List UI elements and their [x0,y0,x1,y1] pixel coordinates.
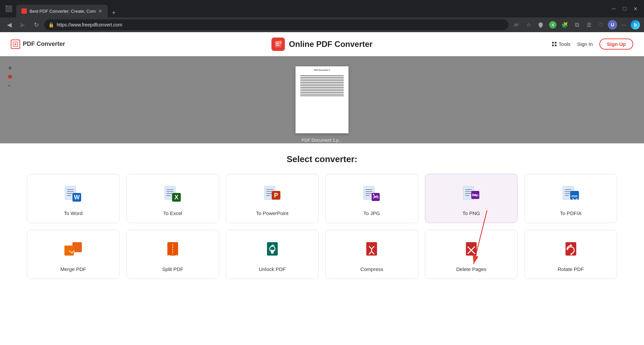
tab-bar: Best PDF Converter: Create, Com ✕ + [16,0,606,17]
profile-avatar[interactable]: U [608,20,617,29]
to-pdfa-card[interactable]: PDF To PDF/A [524,174,617,223]
svg-text:P: P [274,192,278,199]
pdf-preview-area: + - PDF Document 1 PDF Document 1 [0,56,644,143]
url-display: https://www.freepdfconvert.com [57,22,504,27]
more-menu-icon[interactable]: ··· [619,19,629,30]
center-title: Online PDF Converter [289,40,372,49]
shield-icon[interactable] [535,19,546,30]
site-logo[interactable]: PDF Converter [11,40,65,49]
extensions-icon[interactable]: 🧩 [559,19,570,30]
tab-favicon [21,8,27,14]
split-pdf-label: Split PDF [162,266,183,272]
pdf-line-12 [300,94,344,94]
svg-point-56 [272,249,273,250]
edge-copilot-icon[interactable]: b [631,20,640,29]
minimize-button[interactable]: ─ [609,4,619,13]
split-pdf-card[interactable]: Split PDF [126,230,219,279]
grid-icon [552,42,557,47]
converter-grid-row1: W To Word X To Excel [27,174,617,223]
tools-menu-button[interactable]: Tools [552,41,571,47]
logo-icon [11,40,20,49]
to-jpg-icon: JPG [361,184,382,205]
vpn-icon[interactable]: 4 [547,19,558,30]
browser-toolbar: ◀ ▶ ↻ 🔒 https://www.freepdfconvert.com A… [0,17,644,32]
merge-pdf-card[interactable]: Merge PDF [27,230,120,279]
pdf-line-13 [300,95,344,96]
signup-button[interactable]: Sign Up [599,39,633,50]
back-button[interactable]: ◀ [4,19,15,30]
favorites-sidebar-icon[interactable]: ☰ [584,19,594,30]
page-overview-icon[interactable]: ⬛ [4,4,13,13]
svg-text:W: W [74,194,80,201]
rotate-pdf-icon [560,239,582,261]
to-word-icon: W [62,184,84,205]
signin-button[interactable]: Sign In [577,41,593,47]
toolbar-icons: Aᴬ ☆ 4 🧩 ⧉ ☰ ♡ U ··· b [511,19,640,30]
to-pdfa-label: To PDF/A [560,210,582,216]
pdf-thumbnail: PDF Document 1 [296,66,348,133]
pdf-line-5 [300,82,344,83]
delete-pages-icon [461,239,482,261]
tab-close-icon[interactable]: ✕ [98,8,102,14]
pdf-line-4 [300,80,344,81]
pdf-line-1 [300,75,344,76]
zoom-out-icon[interactable]: - [8,81,12,89]
split-pdf-icon [162,239,183,261]
zoom-in-icon[interactable]: + [8,64,12,72]
maximize-button[interactable]: ☐ [620,4,629,13]
pdf-line-11 [300,92,344,93]
pdf-line-3 [300,79,344,79]
pdf-line-7 [300,85,344,86]
pdf-line-10 [300,90,344,91]
pdf-line-9 [300,89,344,89]
to-word-card[interactable]: W To Word [27,174,120,223]
section-title: Select converter: [27,154,617,164]
pdf-content-lines [298,73,346,99]
to-word-label: To Word [64,210,83,216]
merge-pdf-label: Merge PDF [60,266,86,272]
tab-title: Best PDF Converter: Create, Com [30,9,96,14]
compress-pdf-icon [361,239,382,261]
to-powerpoint-icon: P [262,184,283,205]
unlock-pdf-card[interactable]: Unlock PDF [226,230,319,279]
browser-chrome: ⬛ Best PDF Converter: Create, Com ✕ + ─ … [0,0,644,17]
new-tab-button[interactable]: + [109,8,118,17]
unlock-pdf-icon [262,239,283,261]
to-powerpoint-card[interactable]: P To PowerPoint [226,174,319,223]
to-png-card[interactable]: PNG To PNG [425,174,518,223]
forward-button[interactable]: ▶ [17,19,28,30]
split-view-icon[interactable]: ⧉ [572,19,582,30]
pdf-filename: PDF Document 1.p... [302,138,342,143]
pdf-line-6 [300,84,344,84]
delete-pages-card[interactable]: Delete Pages [425,230,518,279]
tools-label: Tools [559,41,571,47]
favorites-icon[interactable]: ☆ [523,19,534,30]
to-jpg-card[interactable]: JPG To JPG [325,174,418,223]
pdf-thumb-title: PDF Document 1 [298,69,346,71]
unlock-pdf-label: Unlock PDF [259,266,286,272]
compress-pdf-card[interactable]: Compress [325,230,418,279]
pdf-line-2 [300,77,344,78]
to-jpg-label: To JPG [364,210,380,216]
collections-icon[interactable]: ♡ [596,19,606,30]
svg-text:PDF: PDF [572,195,578,198]
to-powerpoint-label: To PowerPoint [256,210,288,216]
reload-button[interactable]: ↻ [31,19,42,30]
rotate-pdf-label: Rotate PDF [557,266,584,272]
address-bar[interactable]: 🔒 https://www.freepdfconvert.com [44,19,508,30]
active-tab[interactable]: Best PDF Converter: Create, Com ✕ [16,5,108,17]
to-excel-icon: X [162,184,183,205]
center-logo-icon: Q [271,38,285,51]
to-png-label: To PNG [463,210,480,216]
to-excel-card[interactable]: X To Excel [126,174,219,223]
site-header: PDF Converter Q Online PDF Converter Too… [0,32,644,56]
svg-text:Q: Q [279,41,281,44]
delete-pages-label: Delete Pages [456,266,486,272]
close-window-button[interactable]: ✕ [631,4,640,13]
rotate-pdf-card[interactable]: Rotate PDF [524,230,617,279]
reader-view-icon[interactable]: Aᴬ [511,19,522,30]
site-nav: Tools Sign In Sign Up [552,39,633,50]
compress-pdf-label: Compress [360,266,383,272]
logo-text: PDF Converter [23,41,65,48]
converter-grid-row2: Merge PDF Split PDF [27,230,617,279]
